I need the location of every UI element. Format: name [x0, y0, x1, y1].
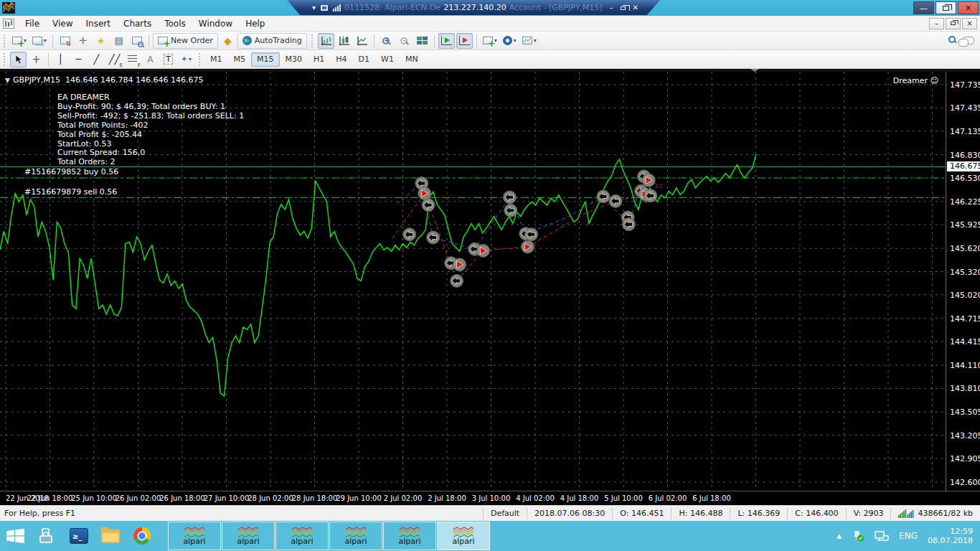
- data-window-button[interactable]: ✛: [75, 33, 91, 49]
- menu-bar: FileViewInsertChartsToolsWindowHelp – ×: [0, 16, 980, 32]
- market-watch-button[interactable]: ⇅: [57, 33, 73, 49]
- timeframe-h4[interactable]: H4: [330, 52, 352, 67]
- window-minimize-button[interactable]: —: [913, 1, 934, 14]
- candlestick-chart-button[interactable]: [336, 33, 352, 49]
- autotrading-button[interactable]: ▶AutoTrading: [237, 33, 307, 49]
- menu-item-help[interactable]: Help: [239, 17, 271, 30]
- menu-item-view[interactable]: View: [46, 17, 79, 30]
- arrows-tool-button[interactable]: ✦▾: [178, 52, 194, 67]
- price-axis[interactable]: 147.735147.435147.135146.830146.530146.2…: [946, 72, 980, 491]
- file-explorer-button[interactable]: [95, 522, 126, 550]
- rdp-close-button[interactable]: ✕: [633, 4, 639, 11]
- price-tick: 143.810: [950, 384, 980, 393]
- periods-button[interactable]: ▾: [501, 33, 519, 49]
- status-profile[interactable]: Default: [483, 508, 527, 519]
- menu-item-tools[interactable]: Tools: [158, 17, 192, 30]
- toolbar-grip[interactable]: [3, 53, 6, 66]
- rdp-address: 213.227.140.20: [443, 3, 506, 12]
- chart-restore-button[interactable]: [946, 18, 961, 29]
- network-icon[interactable]: [875, 531, 889, 542]
- taskbar-app-alpari-1[interactable]: alpari: [168, 522, 221, 550]
- toolbar-grip[interactable]: [198, 53, 202, 66]
- alpari-logo-icon: [345, 527, 367, 537]
- toolbar-grip[interactable]: [311, 34, 314, 47]
- server-manager-button[interactable]: [32, 522, 63, 550]
- text-label-tool-button[interactable]: T: [160, 52, 176, 67]
- status-low: L: 146.369: [730, 508, 787, 519]
- tile-windows-button[interactable]: [414, 33, 430, 49]
- new-chart-button[interactable]: +▾: [10, 33, 29, 49]
- window-maximize-button[interactable]: [936, 1, 956, 14]
- channel-tool-button[interactable]: ╱╱E: [106, 52, 123, 67]
- window-close-button[interactable]: ✕: [958, 1, 979, 14]
- templates-button[interactable]: ▾: [520, 33, 539, 49]
- rdp-restore-button[interactable]: [621, 4, 626, 11]
- profiles-button[interactable]: ▾: [30, 33, 49, 49]
- navigator-button[interactable]: ★: [93, 33, 109, 49]
- terminal-button[interactable]: ▤: [110, 33, 127, 49]
- menu-item-window[interactable]: Window: [192, 17, 239, 30]
- zoom-in-button[interactable]: +: [378, 33, 395, 49]
- toolbar-grip[interactable]: [3, 34, 6, 47]
- chart-window-icon[interactable]: [3, 19, 14, 29]
- timeframe-d1[interactable]: D1: [353, 52, 375, 67]
- status-volume: V: 2903: [846, 508, 891, 519]
- timeframe-m15[interactable]: M15: [251, 52, 280, 67]
- taskbar-app-alpari-2[interactable]: alpari: [222, 522, 275, 550]
- server-manager-icon: [38, 528, 57, 544]
- indicators-button[interactable]: +▾: [481, 33, 499, 49]
- chart-plot[interactable]: ▼GBPJPY,M15 146.646 146.784 146.646 146.…: [0, 72, 946, 491]
- taskbar-app-alpari-4[interactable]: alpari: [329, 522, 382, 550]
- text-tool-button[interactable]: A: [142, 52, 159, 67]
- timeframe-h1[interactable]: H1: [308, 52, 330, 67]
- taskbar-app-alpari-3[interactable]: alpari: [275, 522, 329, 550]
- timeframe-m30[interactable]: M30: [280, 52, 308, 67]
- chart-collapse-icon[interactable]: ▼: [5, 77, 10, 84]
- taskbar-app-label: alpari: [344, 537, 367, 545]
- fibonacci-tool-button[interactable]: F: [124, 52, 141, 67]
- timeframe-mn[interactable]: MN: [400, 52, 424, 67]
- horizontal-line-tool-button[interactable]: ─: [70, 52, 87, 67]
- bar-chart-button[interactable]: [318, 33, 334, 49]
- auto-scroll-button[interactable]: [456, 33, 473, 49]
- tray-clock[interactable]: 12:5908.07.2018: [928, 527, 973, 545]
- vertical-line-tool-button[interactable]: │: [52, 52, 69, 67]
- new-order-button[interactable]: +New Order: [153, 33, 218, 49]
- usb-device-icon[interactable]: [852, 530, 864, 542]
- taskbar-app-alpari-5[interactable]: alpari: [383, 522, 436, 550]
- chart-minimize-button[interactable]: –: [929, 18, 944, 29]
- line-chart-button[interactable]: [354, 33, 370, 49]
- price-tick: 146.530: [950, 174, 980, 183]
- chart-shift-button[interactable]: [438, 33, 455, 49]
- crosshair-tool-button[interactable]: +: [28, 52, 44, 67]
- powershell-button[interactable]: ≥_: [63, 522, 95, 550]
- start-button[interactable]: [0, 522, 32, 550]
- taskbar-app-alpari-6[interactable]: alpari: [437, 522, 490, 550]
- time-axis[interactable]: 22 Jun 201822 Jun 18:0025 Jun 10:0026 Ju…: [0, 491, 980, 505]
- menu-item-insert[interactable]: Insert: [80, 17, 117, 30]
- metaeditor-button[interactable]: ◆: [220, 33, 236, 49]
- trendline-tool-button[interactable]: ╱: [88, 52, 105, 67]
- timeframe-m5[interactable]: M5: [228, 52, 252, 67]
- cursor-tool-button[interactable]: [10, 52, 27, 67]
- language-indicator[interactable]: ENG: [899, 531, 918, 541]
- strategy-tester-button[interactable]: [128, 33, 145, 49]
- window-title-right: Account - [GBPJPY,M15]: [509, 3, 603, 12]
- zoom-out-button[interactable]: –: [396, 33, 413, 49]
- time-tick: 3 Jul 10:00: [472, 494, 511, 502]
- timeframe-m1[interactable]: M1: [204, 52, 228, 67]
- menu-item-file[interactable]: File: [19, 17, 46, 30]
- timeframe-w1[interactable]: W1: [375, 52, 400, 67]
- community-chat-icon[interactable]: [963, 37, 974, 44]
- powershell-icon: ≥_: [70, 528, 88, 544]
- taskbar-app-label: alpari: [237, 537, 259, 545]
- chart-close-button[interactable]: ×: [962, 18, 977, 29]
- menu-item-charts[interactable]: Charts: [117, 17, 158, 30]
- search-icon[interactable]: [948, 36, 956, 45]
- chrome-button[interactable]: [126, 522, 158, 550]
- mt4-app-icon: [2, 2, 15, 14]
- tray-chevron-up-icon[interactable]: ▲: [837, 532, 842, 540]
- rdp-minimize-button[interactable]: –: [610, 4, 613, 11]
- rdp-chevron-down-icon[interactable]: ▾: [312, 4, 316, 11]
- rdp-pin-icon[interactable]: [321, 5, 328, 11]
